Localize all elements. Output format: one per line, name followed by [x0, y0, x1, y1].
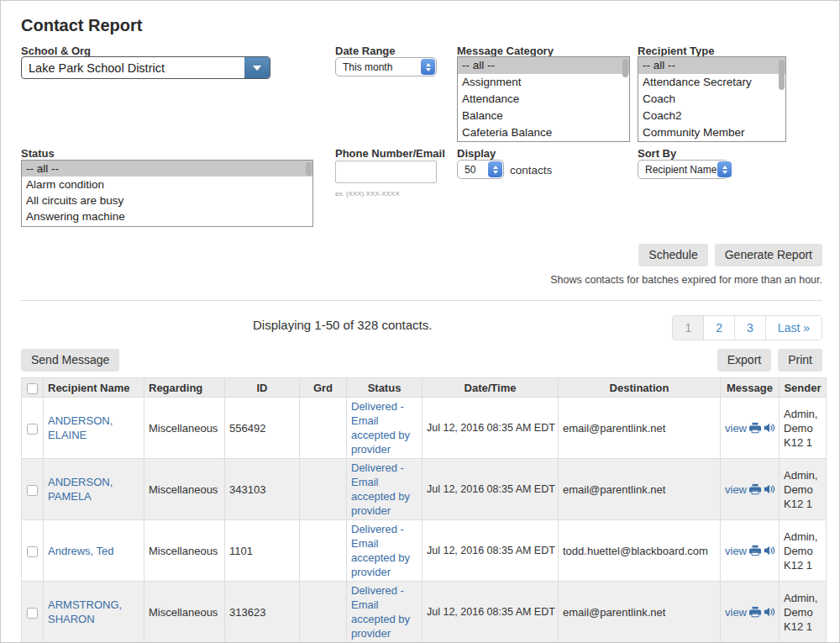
stepper-icon: [488, 161, 502, 177]
print-message-icon[interactable]: [749, 606, 761, 618]
id-cell: 1101: [225, 520, 300, 582]
page-button-last[interactable]: Last »: [765, 316, 822, 340]
status-option[interactable]: -- all --: [22, 161, 312, 177]
print-message-icon[interactable]: [749, 422, 761, 434]
col-destination: Destination: [559, 378, 721, 398]
results-summary: Displaying 1-50 of 328 contacts.: [253, 318, 432, 332]
id-cell: 556492: [225, 398, 300, 459]
sort-by-value: Recipient Name: [638, 164, 717, 176]
row-checkbox[interactable]: [27, 546, 38, 557]
col-recipient-name: Recipient Name: [44, 378, 144, 398]
pagination: 1 2 3 Last »: [672, 315, 822, 340]
status-link[interactable]: Delivered - Email accepted by provider: [351, 584, 410, 640]
status-option[interactable]: Answering machine: [22, 208, 312, 224]
stepper-icon: [717, 161, 732, 177]
message-category-option[interactable]: Balance: [458, 108, 629, 124]
page-button-1[interactable]: 1: [673, 316, 703, 340]
message-category-listbox[interactable]: -- all -- Assignment Attendance Balance …: [457, 56, 630, 142]
sender-cell: Admin, Demo K12 1: [780, 582, 827, 643]
message-category-option[interactable]: Cafeteria Balance: [458, 124, 629, 141]
page-button-3[interactable]: 3: [734, 316, 765, 340]
recipient-type-listbox[interactable]: -- all -- Attendance Secretary Coach Coa…: [638, 56, 786, 142]
play-audio-icon[interactable]: [764, 545, 775, 556]
table-row: ANDERSON, ELAINE Miscellaneous 556492 De…: [22, 398, 827, 459]
status-label: Status: [21, 147, 55, 160]
col-regarding: Regarding: [144, 378, 225, 398]
scrollbar-thumb[interactable]: [779, 60, 785, 90]
grd-cell: [300, 520, 347, 582]
id-cell: 313623: [225, 582, 300, 643]
play-audio-icon[interactable]: [764, 483, 775, 495]
phone-email-input[interactable]: [335, 161, 437, 183]
export-button[interactable]: Export: [717, 349, 771, 372]
contacts-table: Recipient Name Regarding ID Grd Status D…: [21, 377, 827, 643]
display-count-select[interactable]: 50: [457, 160, 504, 179]
generate-report-button[interactable]: Generate Report: [715, 244, 822, 266]
school-org-dropdown-button[interactable]: [244, 57, 270, 78]
sender-cell: Admin, Demo K12 1: [780, 520, 827, 582]
view-message-link[interactable]: view: [725, 421, 747, 435]
select-all-checkbox[interactable]: [27, 383, 38, 394]
date-range-select[interactable]: This month: [335, 57, 437, 76]
print-button[interactable]: Print: [778, 349, 822, 372]
phone-email-label: Phone Number/Email: [335, 147, 445, 160]
section-divider: [21, 300, 822, 301]
message-category-label: Message Category: [457, 45, 554, 57]
message-category-option[interactable]: -- all --: [458, 57, 629, 74]
table-row: ARMSTRONG, SHARON Miscellaneous 313623 D…: [22, 582, 827, 643]
status-link[interactable]: Delivered - Email accepted by provider: [351, 461, 410, 517]
sender-cell: Admin, Demo K12 1: [780, 459, 827, 520]
destination-cell: todd.huettel@blackboard.com: [559, 520, 721, 582]
phone-format-hint: ex. (XXX) XXX-XXXX: [335, 190, 399, 198]
stepper-icon: [421, 59, 435, 75]
col-datetime: Date/Time: [423, 378, 559, 398]
message-category-option[interactable]: Attendance: [458, 91, 629, 108]
id-cell: 343103: [225, 459, 300, 520]
message-category-option[interactable]: Assignment: [458, 74, 629, 91]
print-message-icon[interactable]: [749, 483, 761, 495]
recipient-type-option[interactable]: Attendance Secretary: [638, 74, 785, 91]
status-option[interactable]: Alarm condition: [22, 177, 312, 192]
scrollbar-thumb[interactable]: [306, 162, 312, 176]
col-id: ID: [225, 378, 300, 398]
datetime-cell: Jul 12, 2016 08:35 AM EDT: [423, 398, 559, 459]
recipient-name-link[interactable]: ARMSTRONG, SHARON: [48, 598, 122, 625]
schedule-button[interactable]: Schedule: [638, 244, 707, 266]
recipient-type-option[interactable]: Coach: [638, 91, 785, 108]
status-link[interactable]: Delivered - Email accepted by provider: [351, 400, 410, 456]
row-checkbox[interactable]: [27, 485, 38, 496]
status-option[interactable]: All circuits are busy: [22, 192, 312, 208]
page-button-2[interactable]: 2: [703, 316, 734, 340]
play-audio-icon[interactable]: [764, 422, 775, 434]
school-org-select[interactable]: Lake Park School District: [21, 56, 270, 79]
contact-report-page: Contact Report School & Org Date Range M…: [0, 0, 840, 643]
recipient-type-option[interactable]: Community Member: [638, 124, 785, 141]
display-count-value: 50: [458, 164, 475, 176]
regarding-cell: Miscellaneous: [144, 459, 225, 520]
status-listbox[interactable]: -- all -- Alarm condition All circuits a…: [21, 160, 313, 227]
row-checkbox[interactable]: [27, 424, 38, 435]
sort-by-select[interactable]: Recipient Name: [638, 160, 728, 179]
view-message-link[interactable]: view: [725, 605, 747, 619]
destination-cell: email@parentlink.net: [559, 398, 721, 459]
recipient-name-link[interactable]: ANDERSON, PAMELA: [48, 476, 113, 503]
recipient-name-link[interactable]: Andrews, Ted: [48, 545, 114, 557]
grd-cell: [300, 459, 347, 520]
recipient-type-option[interactable]: Coach2: [638, 108, 785, 124]
print-message-icon[interactable]: [749, 545, 761, 556]
view-message-link[interactable]: view: [725, 544, 747, 558]
scrollbar-thumb[interactable]: [622, 59, 628, 77]
status-link[interactable]: Delivered - Email accepted by provider: [351, 523, 410, 578]
school-org-value: Lake Park School District: [22, 61, 165, 75]
datetime-cell: Jul 12, 2016 08:35 AM EDT: [423, 520, 559, 582]
date-range-value: This month: [336, 61, 392, 73]
display-suffix: contacts: [510, 164, 552, 177]
view-message-link[interactable]: view: [725, 482, 747, 497]
datetime-cell: Jul 12, 2016 08:35 AM EDT: [423, 582, 559, 643]
recipient-name-link[interactable]: ANDERSON, ELAINE: [48, 414, 113, 441]
row-checkbox[interactable]: [27, 608, 38, 619]
recipient-type-option[interactable]: -- all --: [638, 57, 785, 74]
send-message-button[interactable]: Send Message: [21, 349, 119, 372]
play-audio-icon[interactable]: [764, 606, 775, 618]
destination-cell: email@parentlink.net: [559, 582, 721, 643]
